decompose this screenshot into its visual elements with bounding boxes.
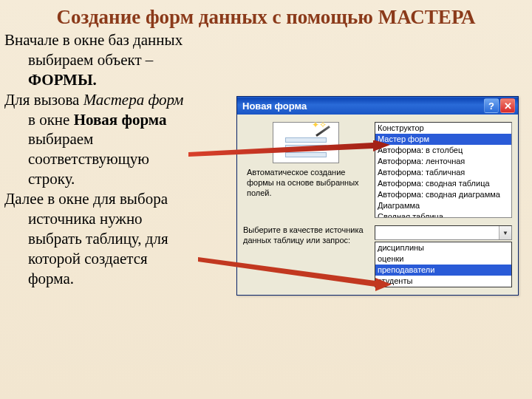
chevron-down-icon: ▼ <box>502 230 508 236</box>
source-option[interactable]: оценки <box>375 253 511 265</box>
form-type-option[interactable]: Сводная таблица <box>375 211 511 218</box>
source-option[interactable]: студенты <box>375 276 511 287</box>
help-icon: ? <box>488 100 494 112</box>
p2-line4: соответствующую <box>4 150 149 168</box>
lower-row: Выберите в качестве источника данных таб… <box>243 225 512 287</box>
source-option[interactable]: преподаватели <box>375 265 511 276</box>
p2-line1b: Мастера форм <box>83 91 184 109</box>
form-type-option[interactable]: Мастер форм <box>375 134 511 145</box>
form-type-option[interactable]: Автоформа: сводная диаграмма <box>375 189 511 200</box>
form-type-option[interactable]: Автоформа: табличная <box>375 167 511 178</box>
titlebar[interactable]: Новая форма ? ✕ <box>237 97 518 115</box>
preview-image: ✦✧ <box>273 122 339 163</box>
close-button[interactable]: ✕ <box>500 98 515 113</box>
combo-dropdown-button[interactable]: ▼ <box>499 226 511 239</box>
mini-field-icon <box>285 145 327 150</box>
source-option[interactable]: дисциплины <box>375 242 511 253</box>
p2-line2b: Новая форма <box>74 111 167 129</box>
source-label: Выберите в качестве источника данных таб… <box>243 225 369 246</box>
form-type-option[interactable]: Конструктор <box>375 123 511 134</box>
p3-line3: выбрать таблицу, для <box>4 230 168 248</box>
form-type-option[interactable]: Автоформа: в столбец <box>375 145 511 156</box>
form-type-option[interactable]: Автоформа: ленточная <box>375 156 511 167</box>
new-form-dialog: Новая форма ? ✕ ✦✧ Автоматическое со <box>236 96 519 296</box>
p1-line2: выбираем объект – <box>4 51 153 69</box>
titlebar-text: Новая форма <box>242 100 482 112</box>
form-type-option[interactable]: Диаграмма <box>375 200 511 211</box>
p3-line4: которой создается <box>4 250 148 267</box>
p1-line1: Вначале в окне баз данных <box>4 31 183 49</box>
dialog-window: Новая форма ? ✕ ✦✧ Автоматическое со <box>236 96 519 296</box>
body-text: Вначале в окне баз данных выбираем объек… <box>4 30 230 288</box>
p3-line1: Далее в окне для выбора <box>4 190 168 208</box>
preview-panel: ✦✧ Автоматическое создание формы на осно… <box>243 122 369 198</box>
mini-field-icon <box>285 137 327 143</box>
p2-line2a: в окне <box>4 111 74 129</box>
close-icon: ✕ <box>504 100 512 112</box>
source-combo-wrap: ▼ дисциплиныоценкипреподавателистуденты <box>375 225 512 287</box>
source-dropdown-list[interactable]: дисциплиныоценкипреподавателистуденты <box>375 242 512 287</box>
slide-title: Создание форм данных с помощью МАСТЕРА <box>0 0 532 30</box>
form-type-option[interactable]: Автоформа: сводная таблица <box>375 178 511 189</box>
source-combobox[interactable]: ▼ <box>375 225 512 240</box>
p2-line1a: Для вызова <box>4 91 83 109</box>
upper-row: ✦✧ Автоматическое создание формы на осно… <box>243 122 512 218</box>
help-button[interactable]: ? <box>484 98 499 113</box>
p2-line5: строку. <box>4 170 75 188</box>
form-type-listbox[interactable]: КонструкторМастер формАвтоформа: в столб… <box>375 122 512 218</box>
p2-line3: выбираем <box>4 130 93 148</box>
mini-field-icon <box>285 152 327 157</box>
p3-line5: форма. <box>4 270 74 287</box>
dialog-body: ✦✧ Автоматическое создание формы на осно… <box>237 115 518 295</box>
p3-line2: источника нужно <box>4 210 143 228</box>
source-combo-input[interactable] <box>375 226 499 239</box>
preview-caption: Автоматическое создание формы на основе … <box>247 168 365 198</box>
p1-line3: ФОРМЫ. <box>4 71 97 89</box>
